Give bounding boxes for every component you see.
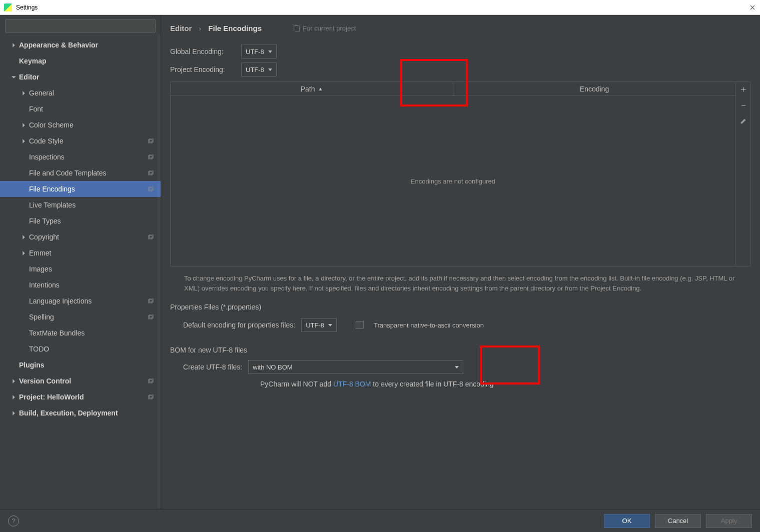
sidebar-item-file-and-code-templates[interactable]: File and Code Templates xyxy=(0,165,161,181)
scope-label: For current project xyxy=(303,24,356,32)
sidebar-item-spelling[interactable]: Spelling xyxy=(0,309,161,325)
bom-create-combo[interactable]: with NO BOM xyxy=(248,360,463,374)
sidebar-item-file-encodings[interactable]: File Encodings xyxy=(0,181,161,197)
chevron-right-icon xyxy=(10,379,17,384)
sidebar-item-label: Editor xyxy=(19,73,39,81)
breadcrumb: Editor › File Encodings For current proj… xyxy=(161,15,760,36)
chevron-right-icon xyxy=(10,411,17,416)
props-encoding-combo[interactable]: UTF-8 xyxy=(301,318,337,332)
sidebar-item-project-helloworld[interactable]: Project: HelloWorld xyxy=(0,389,161,405)
sidebar-item-code-style[interactable]: Code Style xyxy=(0,133,161,149)
sidebar-item-plugins[interactable]: Plugins xyxy=(0,357,161,373)
search-input[interactable] xyxy=(5,19,156,33)
chevron-down-icon xyxy=(328,324,332,326)
sidebar-item-copyright[interactable]: Copyright xyxy=(0,229,161,245)
project-level-icon xyxy=(148,138,154,144)
properties-section-title: Properties Files (*.properties) xyxy=(170,303,751,311)
help-button[interactable]: ? xyxy=(8,516,19,526)
ok-button[interactable]: OK xyxy=(604,514,650,528)
breadcrumb-leaf: File Encodings xyxy=(208,24,262,32)
svg-rect-13 xyxy=(150,314,153,318)
chevron-down-icon xyxy=(10,75,17,80)
sidebar-item-build-execution-deployment[interactable]: Build, Execution, Deployment xyxy=(0,405,161,421)
project-level-icon xyxy=(148,186,154,192)
sidebar-item-label: Plugins xyxy=(19,361,45,369)
bom-create-label: Create UTF-8 files: xyxy=(183,363,242,371)
sidebar-item-label: Spelling xyxy=(29,313,54,321)
sidebar-item-label: File Types xyxy=(29,217,61,225)
sort-asc-icon: ▲ xyxy=(318,86,323,92)
svg-rect-1 xyxy=(150,138,153,142)
svg-rect-17 xyxy=(150,394,153,398)
sidebar-item-label: Emmet xyxy=(29,249,51,257)
table-header-encoding[interactable]: Encoding xyxy=(453,82,735,96)
project-level-icon xyxy=(148,234,154,240)
table-empty-state: Encodings are not configured xyxy=(171,96,735,266)
sidebar-item-editor[interactable]: Editor xyxy=(0,69,161,85)
close-icon[interactable] xyxy=(748,3,757,12)
apply-button[interactable]: Apply xyxy=(706,514,752,528)
sidebar-item-label: TextMate Bundles xyxy=(29,329,85,337)
svg-rect-14 xyxy=(149,380,152,383)
chevron-right-icon: › xyxy=(199,24,201,32)
sidebar-item-file-types[interactable]: File Types xyxy=(0,213,161,229)
project-level-icon xyxy=(148,298,154,304)
settings-content: Global Encoding: UTF-8 Project Encoding:… xyxy=(161,36,760,509)
dialog-footer: ? OK Cancel Apply xyxy=(0,509,760,532)
sidebar-item-general[interactable]: General xyxy=(0,85,161,101)
sidebar-item-label: Keymap xyxy=(19,57,46,65)
sidebar-item-images[interactable]: Images xyxy=(0,261,161,277)
sidebar-item-emmet[interactable]: Emmet xyxy=(0,245,161,261)
chevron-down-icon xyxy=(455,366,459,368)
sidebar-item-color-scheme[interactable]: Color Scheme xyxy=(0,117,161,133)
titlebar: Settings xyxy=(0,0,760,15)
breadcrumb-root[interactable]: Editor xyxy=(170,24,192,32)
project-level-icon xyxy=(148,378,154,384)
svg-rect-2 xyxy=(149,156,152,159)
chevron-down-icon xyxy=(268,68,272,71)
sidebar-item-label: Font xyxy=(29,105,43,113)
sidebar-item-label: Appearance & Behavior xyxy=(19,41,98,49)
sidebar-item-appearance-behavior[interactable]: Appearance & Behavior xyxy=(0,37,161,53)
sidebar-item-intentions[interactable]: Intentions xyxy=(0,277,161,293)
svg-rect-0 xyxy=(149,140,152,143)
svg-rect-6 xyxy=(149,188,152,191)
global-encoding-combo[interactable]: UTF-8 xyxy=(241,44,277,58)
sidebar-item-label: Code Style xyxy=(29,137,63,145)
sidebar-item-label: TODO xyxy=(29,345,49,353)
app-icon xyxy=(4,4,12,12)
sidebar-item-label: Project: HelloWorld xyxy=(19,393,84,401)
sidebar-item-live-templates[interactable]: Live Templates xyxy=(0,197,161,213)
global-encoding-value: UTF-8 xyxy=(246,48,264,56)
sidebar-item-version-control[interactable]: Version Control xyxy=(0,373,161,389)
sidebar-item-todo[interactable]: TODO xyxy=(0,341,161,357)
scope-indicator: For current project xyxy=(294,24,356,32)
add-button[interactable]: ＋ xyxy=(738,84,748,94)
table-header-path[interactable]: Path ▲ xyxy=(171,82,453,96)
sidebar-item-font[interactable]: Font xyxy=(0,101,161,117)
window-title: Settings xyxy=(16,4,38,11)
utf8-bom-link[interactable]: UTF-8 BOM xyxy=(333,380,371,388)
chevron-right-icon xyxy=(20,139,27,144)
sidebar-item-label: Language Injections xyxy=(29,297,92,305)
cancel-button[interactable]: Cancel xyxy=(655,514,701,528)
project-scope-icon xyxy=(294,26,300,32)
svg-rect-4 xyxy=(149,172,152,175)
project-encoding-combo[interactable]: UTF-8 xyxy=(241,62,277,76)
settings-main: Editor › File Encodings For current proj… xyxy=(161,15,760,509)
transparent-ascii-checkbox[interactable] xyxy=(356,321,364,329)
sidebar-item-label: Inspections xyxy=(29,153,65,161)
help-text: To change encoding PyCharm uses for a fi… xyxy=(170,274,751,293)
sidebar-item-label: General xyxy=(29,89,54,97)
svg-rect-15 xyxy=(150,378,153,382)
chevron-right-icon xyxy=(20,123,27,128)
remove-button[interactable]: － xyxy=(738,100,748,110)
sidebar-item-language-injections[interactable]: Language Injections xyxy=(0,293,161,309)
sidebar-item-inspections[interactable]: Inspections xyxy=(0,149,161,165)
global-encoding-label: Global Encoding: xyxy=(170,48,235,56)
chevron-right-icon xyxy=(20,91,27,96)
edit-button[interactable] xyxy=(738,116,748,126)
svg-rect-5 xyxy=(150,170,153,174)
sidebar-item-keymap[interactable]: Keymap xyxy=(0,53,161,69)
sidebar-item-textmate-bundles[interactable]: TextMate Bundles xyxy=(0,325,161,341)
